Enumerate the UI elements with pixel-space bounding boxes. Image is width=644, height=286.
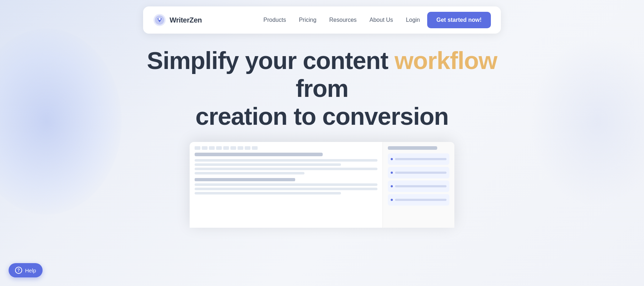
hero-title-part2: fromcreation to conversion — [195, 75, 448, 130]
toolbar-btn — [245, 146, 250, 150]
app-toolbar — [195, 146, 377, 150]
brand-name: WriterZen — [170, 16, 202, 24]
svg-point-2 — [158, 18, 161, 20]
toolbar-btn — [238, 146, 243, 150]
help-icon: ? — [15, 267, 22, 274]
help-button[interactable]: ? Help — [9, 263, 43, 277]
toolbar-btn — [202, 146, 208, 150]
nav-links: Products Pricing Resources About Us — [263, 17, 393, 23]
logo-icon — [153, 14, 166, 26]
nav-about-us[interactable]: About Us — [370, 17, 393, 23]
toolbar-btn — [230, 146, 236, 150]
nav-cta-button[interactable]: Get started now! — [427, 12, 491, 28]
toolbar-btn — [216, 146, 222, 150]
hero-title-highlight: workflow — [395, 47, 497, 74]
nav-products[interactable]: Products — [263, 17, 286, 23]
toolbar-btn — [209, 146, 215, 150]
hero-section: Simplify your content workflow fromcreat… — [0, 46, 644, 217]
logo-area[interactable]: WriterZen — [153, 14, 202, 26]
toolbar-btn — [252, 146, 258, 150]
sidebar-item-3 — [388, 181, 449, 192]
content-section-title — [195, 178, 295, 181]
toolbar-btn — [223, 146, 229, 150]
sidebar-item-4 — [388, 194, 449, 206]
login-button[interactable]: Login — [406, 17, 420, 23]
sidebar-heading — [388, 146, 437, 150]
content-para-2 — [195, 183, 377, 194]
nav-pricing[interactable]: Pricing — [299, 17, 316, 23]
content-para-1 — [195, 159, 377, 174]
content-heading — [195, 153, 323, 156]
app-preview-editor — [190, 142, 383, 228]
sidebar-item-1 — [388, 153, 449, 165]
app-preview — [190, 142, 454, 228]
hero-title-part1: Simplify your content — [147, 47, 395, 74]
sidebar-item-2 — [388, 167, 449, 178]
hero-title: Simplify your content workflow fromcreat… — [125, 46, 519, 130]
app-preview-sidebar — [383, 142, 454, 228]
navbar: WriterZen Products Pricing Resources Abo… — [143, 6, 501, 34]
toolbar-btn — [195, 146, 200, 150]
help-label: Help — [25, 267, 36, 273]
nav-resources[interactable]: Resources — [329, 17, 356, 23]
